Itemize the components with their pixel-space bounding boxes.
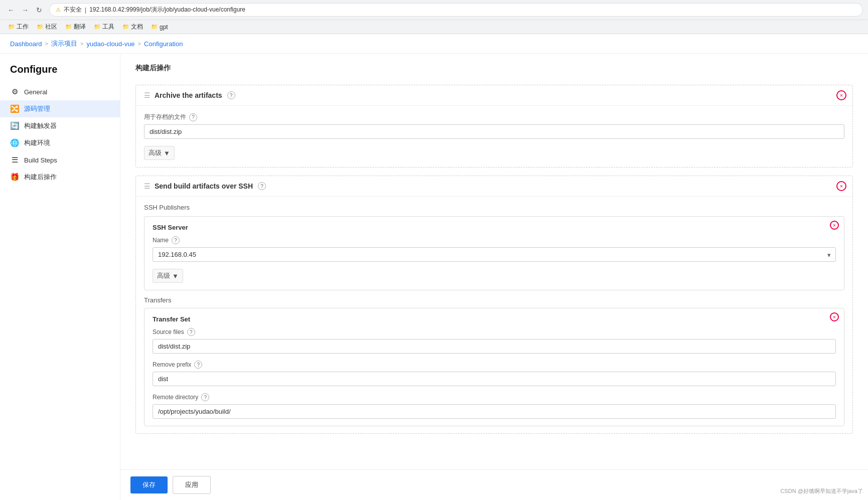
sidebar-item-label-build-steps: Build Steps xyxy=(24,156,57,164)
sidebar: Configure ⚙General🔀源码管理🔄构建触发器🌐构建环境☰Build… xyxy=(0,54,120,500)
send-ssh-card: ☰ Send build artifacts over SSH ? × SSH … xyxy=(135,176,853,434)
bookmark-label: 工作 xyxy=(17,23,29,31)
ssh-advanced-toggle[interactable]: 高级 ▼ xyxy=(153,269,183,283)
archive-artifacts-body: 用于存档的文件 ? 高级 ▼ xyxy=(136,106,852,167)
remove-prefix-input[interactable] xyxy=(153,372,836,386)
bookmark-label: 翻译 xyxy=(74,23,86,31)
files-to-archive-input[interactable] xyxy=(144,124,844,139)
url-display: | xyxy=(85,7,86,14)
sidebar-item-label-post-build: 构建后操作 xyxy=(24,173,57,182)
browser-toolbar: ← → ↻ ⚠ 不安全 | 192.168.0.42:9999/job/演示/j… xyxy=(0,0,868,20)
ssh-server-close-button[interactable]: × xyxy=(830,221,839,230)
advanced-chevron-icon: ▼ xyxy=(164,149,170,157)
remove-prefix-label: Remove prefix ? xyxy=(153,361,836,369)
send-ssh-body: SSH Publishers × SSH Server Name ? xyxy=(136,197,852,433)
browser-chrome: ← → ↻ ⚠ 不安全 | 192.168.0.42:9999/job/演示/j… xyxy=(0,0,868,34)
source-files-label: Source files ? xyxy=(153,328,836,336)
bookmark-fanyi[interactable]: 📁翻译 xyxy=(62,22,89,32)
main-layout: Configure ⚙General🔀源码管理🔄构建触发器🌐构建环境☰Build… xyxy=(0,54,868,500)
transfer-set-card: × Transfer Set Source files ? xyxy=(144,308,844,426)
bookmarks-bar: 📁工作📁社区📁翻译📁工具📁文档📁gpt xyxy=(0,20,868,34)
transfer-set-title: Transfer Set xyxy=(153,315,836,323)
ssh-server-body: SSH Server Name ? 192.168.0.45 xyxy=(144,217,844,290)
refresh-button[interactable]: ↻ xyxy=(33,4,45,16)
sidebar-item-general[interactable]: ⚙General xyxy=(0,83,120,100)
source-files-help[interactable]: ? xyxy=(187,328,195,336)
remote-directory-label: Remote directory ? xyxy=(153,393,836,401)
sidebar-item-build-steps[interactable]: ☰Build Steps xyxy=(0,151,120,169)
transfer-set-close-button[interactable]: × xyxy=(830,312,839,321)
bookmark-icon: 📁 xyxy=(37,24,44,30)
sidebar-icon-build-env: 🌐 xyxy=(10,138,19,147)
sidebar-icon-build-steps: ☰ xyxy=(10,155,19,164)
send-ssh-header: ☰ Send build artifacts over SSH ? xyxy=(136,176,852,197)
bottom-actions: 保存 应用 xyxy=(120,469,868,500)
drag-icon: ☰ xyxy=(144,91,151,99)
ssh-drag-icon: ☰ xyxy=(144,182,151,190)
ssh-server-title: SSH Server xyxy=(153,224,836,231)
files-to-archive-help[interactable]: ? xyxy=(189,113,197,121)
source-files-input[interactable] xyxy=(153,339,836,354)
bookmark-shequ[interactable]: 📁社区 xyxy=(34,22,60,32)
sidebar-icon-source-mgmt: 🔀 xyxy=(10,104,19,113)
ssh-name-help[interactable]: ? xyxy=(172,236,180,244)
ssh-name-select[interactable]: 192.168.0.45 xyxy=(153,247,836,262)
sidebar-icon-post-build: 🎁 xyxy=(10,173,19,182)
section-heading: 构建后操作 xyxy=(135,64,853,77)
nav-buttons: ← → ↻ xyxy=(5,4,45,16)
back-button[interactable]: ← xyxy=(5,4,17,16)
send-ssh-help[interactable]: ? xyxy=(258,182,266,190)
breadcrumb-dashboard[interactable]: Dashboard xyxy=(10,40,42,48)
files-to-archive-group: 用于存档的文件 ? xyxy=(144,113,844,139)
remote-directory-help[interactable]: ? xyxy=(201,393,209,401)
url-text: 192.168.0.42:9999/job/演示/job/yudao-cloud… xyxy=(89,6,245,14)
sidebar-item-label-build-env: 构建环境 xyxy=(24,138,50,147)
archive-artifacts-close-button[interactable]: × xyxy=(836,90,846,100)
forward-button[interactable]: → xyxy=(19,4,31,16)
remote-directory-group: Remote directory ? xyxy=(153,393,836,419)
ssh-server-card: × SSH Server Name ? xyxy=(144,216,844,290)
watermark: CSDN @好饿啊早知道不学java了 xyxy=(780,487,863,495)
sidebar-item-source-mgmt[interactable]: 🔀源码管理 xyxy=(0,100,120,117)
archive-artifacts-title: Archive the artifacts xyxy=(155,91,222,99)
apply-button[interactable]: 应用 xyxy=(173,476,211,494)
send-ssh-close-button[interactable]: × xyxy=(836,181,846,191)
address-bar[interactable]: ⚠ 不安全 | 192.168.0.42:9999/job/演示/job/yud… xyxy=(49,3,863,17)
bookmark-label: 文档 xyxy=(131,23,143,31)
security-label: 不安全 xyxy=(64,6,82,14)
breadcrumb-config[interactable]: Configuration xyxy=(144,40,183,48)
files-to-archive-label: 用于存档的文件 ? xyxy=(144,113,844,121)
remove-prefix-help[interactable]: ? xyxy=(194,361,202,369)
save-button[interactable]: 保存 xyxy=(130,476,168,493)
bookmark-icon: 📁 xyxy=(94,24,101,30)
bookmark-gpt[interactable]: 📁gpt xyxy=(148,23,171,32)
breadcrumb-sep-2: > xyxy=(80,41,83,47)
sidebar-item-build-triggers[interactable]: 🔄构建触发器 xyxy=(0,117,120,134)
bookmark-gongju[interactable]: 📁工具 xyxy=(91,22,117,32)
security-icon: ⚠ xyxy=(56,7,61,13)
sidebar-icon-build-triggers: 🔄 xyxy=(10,121,19,130)
transfers-label: Transfers xyxy=(144,296,844,304)
ssh-advanced-chevron-icon: ▼ xyxy=(172,272,179,280)
sidebar-icon-general: ⚙ xyxy=(10,87,19,96)
sidebar-item-post-build[interactable]: 🎁构建后操作 xyxy=(0,169,120,186)
breadcrumb-project[interactable]: yudao-cloud-vue xyxy=(86,40,134,48)
sidebar-item-build-env[interactable]: 🌐构建环境 xyxy=(0,134,120,151)
bookmark-icon: 📁 xyxy=(151,24,158,30)
content-area: 构建后操作 ☰ Archive the artifacts ? × 用于存档的文… xyxy=(120,54,868,469)
bookmark-icon: 📁 xyxy=(65,24,72,30)
ssh-publishers-label: SSH Publishers xyxy=(144,204,844,211)
archive-artifacts-header: ☰ Archive the artifacts ? xyxy=(136,85,852,106)
source-files-group: Source files ? xyxy=(153,328,836,354)
bookmark-wendan[interactable]: 📁文档 xyxy=(119,22,146,32)
ssh-name-select-wrapper: 192.168.0.45 xyxy=(153,247,836,262)
sidebar-title: Configure xyxy=(0,62,120,83)
archive-advanced-toggle[interactable]: 高级 ▼ xyxy=(144,146,175,160)
bookmark-gongzuo[interactable]: 📁工作 xyxy=(5,22,32,32)
breadcrumb-demo[interactable]: 演示项目 xyxy=(51,39,77,48)
send-ssh-title: Send build artifacts over SSH xyxy=(155,182,253,190)
remote-directory-input[interactable] xyxy=(153,404,836,419)
bookmark-icon: 📁 xyxy=(122,24,129,30)
archive-artifacts-help[interactable]: ? xyxy=(227,91,235,99)
bookmark-label: 工具 xyxy=(102,23,114,31)
